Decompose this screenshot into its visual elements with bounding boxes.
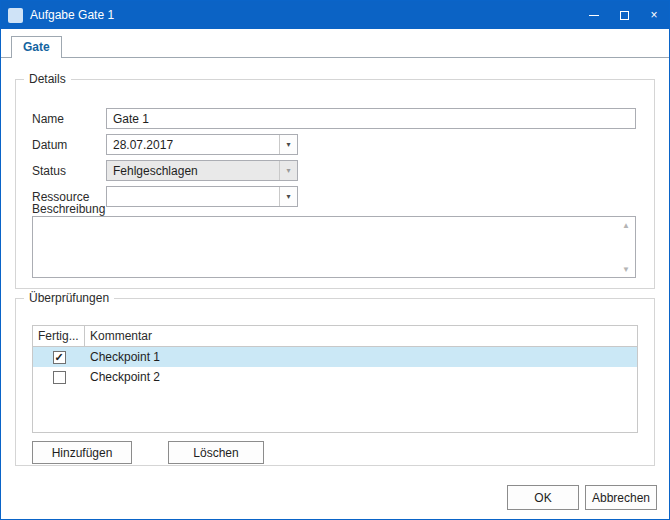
status-value: Fehlgeschlagen	[107, 161, 279, 180]
datum-combobox[interactable]: 28.07.2017 ▾	[106, 134, 298, 155]
check-icon: ✓	[54, 352, 63, 363]
table-row[interactable]: ✓ Checkpoint 1	[33, 347, 637, 367]
tab-gate[interactable]: Gate	[11, 36, 62, 58]
ok-button[interactable]: OK	[507, 485, 579, 510]
checkpoint-comment: Checkpoint 2	[85, 370, 637, 384]
checkpoint-checkbox[interactable]: ✓	[53, 371, 66, 384]
datum-value: 28.07.2017	[107, 135, 279, 154]
cancel-button[interactable]: Abbrechen	[585, 485, 657, 510]
beschreibung-label: Beschreibung	[32, 202, 105, 216]
checks-legend: Überprüfungen	[24, 291, 114, 305]
app-icon	[8, 8, 23, 23]
task-dialog: Aufgabe Gate 1 × Gate Details Name Datum…	[0, 0, 670, 520]
name-input[interactable]	[106, 108, 636, 129]
table-header: Fertig... Kommentar	[33, 326, 637, 347]
titlebar: Aufgabe Gate 1 ×	[1, 1, 669, 29]
maximize-icon	[620, 11, 629, 20]
name-label: Name	[32, 112, 64, 126]
chevron-down-icon: ▾	[279, 161, 297, 180]
beschreibung-textarea[interactable]: ▲ ▼	[32, 216, 636, 278]
datum-label: Datum	[32, 138, 67, 152]
status-combobox: Fehlgeschlagen ▾	[106, 160, 298, 181]
window-title: Aufgabe Gate 1	[30, 8, 114, 22]
table-row[interactable]: ✓ Checkpoint 2	[33, 367, 637, 387]
scroll-up-icon[interactable]: ▲	[619, 219, 633, 231]
delete-button[interactable]: Löschen	[168, 441, 264, 464]
close-button[interactable]: ×	[639, 1, 669, 29]
ressource-value	[107, 187, 279, 206]
minimize-button[interactable]	[579, 1, 609, 29]
tab-label: Gate	[23, 40, 50, 54]
scroll-down-icon[interactable]: ▼	[619, 263, 633, 275]
checkpoint-comment: Checkpoint 1	[85, 350, 637, 364]
minimize-icon	[589, 15, 599, 16]
maximize-button[interactable]	[609, 1, 639, 29]
chevron-down-icon[interactable]: ▾	[279, 187, 297, 206]
checkpoints-table: Fertig... Kommentar ✓ Checkpoint 1 ✓ Che…	[32, 325, 638, 433]
details-legend: Details	[24, 72, 71, 86]
checkpoint-checkbox[interactable]: ✓	[53, 351, 66, 364]
tab-strip: Gate	[1, 29, 669, 58]
add-button[interactable]: Hinzufügen	[32, 441, 132, 464]
column-header-fertig[interactable]: Fertig...	[33, 326, 85, 346]
status-label: Status	[32, 164, 66, 178]
window-controls: ×	[579, 1, 669, 29]
close-icon: ×	[650, 8, 657, 22]
checks-groupbox: Überprüfungen Fertig... Kommentar ✓ Chec…	[15, 298, 655, 466]
column-header-kommentar[interactable]: Kommentar	[85, 326, 637, 346]
details-groupbox: Details Name Datum 28.07.2017 ▾ Status F…	[15, 79, 655, 289]
ressource-combobox[interactable]: ▾	[106, 186, 298, 207]
chevron-down-icon[interactable]: ▾	[279, 135, 297, 154]
